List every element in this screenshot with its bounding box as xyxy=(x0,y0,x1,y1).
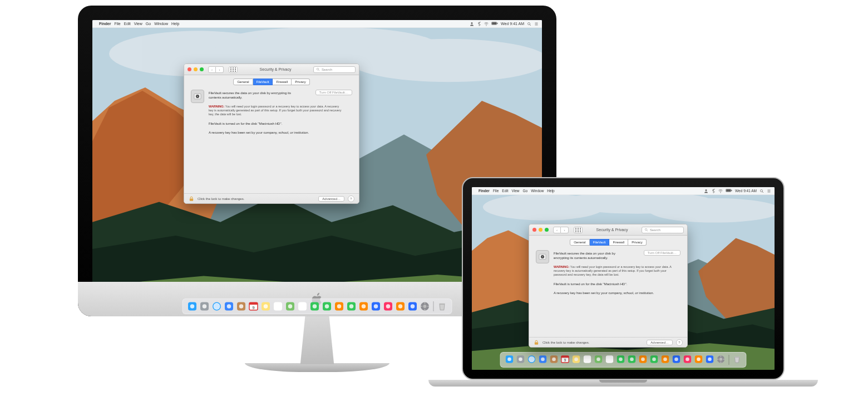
dock-notes[interactable] xyxy=(572,355,581,364)
menu-file[interactable]: File xyxy=(114,22,120,26)
menu-help[interactable]: Help xyxy=(547,189,554,193)
menu-view[interactable]: View xyxy=(512,189,520,193)
tab-general[interactable]: General xyxy=(570,239,589,246)
dock-facetime[interactable] xyxy=(322,301,332,311)
dock-appstore[interactable] xyxy=(408,301,418,311)
app-menu[interactable]: Finder xyxy=(99,22,111,26)
menu-edit[interactable]: Edit xyxy=(502,189,508,193)
help-button[interactable]: ? xyxy=(676,339,683,346)
dock-contacts[interactable] xyxy=(550,355,559,364)
show-all-button[interactable] xyxy=(574,227,583,233)
dock-mail[interactable] xyxy=(224,301,234,311)
battery-icon[interactable] xyxy=(491,22,498,26)
minimize-button[interactable] xyxy=(194,67,198,71)
wifi-icon[interactable] xyxy=(484,22,489,26)
forward-button[interactable]: › xyxy=(561,227,569,233)
app-menu[interactable]: Finder xyxy=(479,189,490,193)
menu-go[interactable]: Go xyxy=(523,189,528,193)
bluetooth-icon[interactable] xyxy=(477,22,481,26)
zoom-button[interactable] xyxy=(545,228,549,232)
tab-privacy[interactable]: Privacy xyxy=(628,239,647,246)
wifi-icon[interactable] xyxy=(718,189,723,193)
dock-calendar[interactable]: 9 xyxy=(249,301,259,311)
dock-messages[interactable] xyxy=(617,355,625,364)
dock-pages[interactable] xyxy=(359,301,369,311)
lock-icon[interactable] xyxy=(534,340,539,345)
dock-mail[interactable] xyxy=(539,355,548,364)
spotlight-icon[interactable] xyxy=(527,22,531,26)
fast-user-switch-icon[interactable] xyxy=(704,189,708,193)
advanced-button[interactable]: Advanced… xyxy=(318,196,344,202)
dock-numbers[interactable] xyxy=(650,355,659,364)
dock-facetime[interactable] xyxy=(628,355,637,364)
lock-icon[interactable] xyxy=(189,196,194,202)
tab-filevault[interactable]: FileVault xyxy=(253,79,273,85)
close-button[interactable] xyxy=(188,67,191,71)
tab-general[interactable]: General xyxy=(233,79,253,85)
dock-contacts[interactable] xyxy=(236,301,246,311)
dock-launchpad[interactable] xyxy=(200,301,210,311)
turn-off-filevault-button[interactable]: Turn Off FileVault… xyxy=(644,250,680,256)
dock-itunes[interactable] xyxy=(383,301,393,311)
dock-maps[interactable] xyxy=(285,301,295,311)
menu-help[interactable]: Help xyxy=(171,22,179,26)
dock-photos[interactable] xyxy=(605,355,614,364)
menu-edit[interactable]: Edit xyxy=(124,22,131,26)
turn-off-filevault-button[interactable]: Turn Off FileVault… xyxy=(315,90,352,95)
dock-itunes[interactable] xyxy=(683,355,692,364)
dock-trash[interactable] xyxy=(733,355,742,364)
dock-finder[interactable] xyxy=(505,355,514,364)
dock-numbers[interactable] xyxy=(347,301,357,311)
dock-safari[interactable] xyxy=(212,301,222,311)
notification-center-icon[interactable] xyxy=(767,189,771,193)
dock-photobooth[interactable] xyxy=(639,355,648,364)
dock-appstore[interactable] xyxy=(706,355,714,364)
menu-window[interactable]: Window xyxy=(154,22,168,26)
dock-finder[interactable] xyxy=(188,301,198,311)
help-button[interactable]: ? xyxy=(348,195,354,202)
close-button[interactable] xyxy=(532,228,536,232)
bluetooth-icon[interactable] xyxy=(711,189,716,193)
tab-filevault[interactable]: FileVault xyxy=(590,239,610,246)
dock-safari[interactable] xyxy=(527,355,536,364)
dock-preferences[interactable] xyxy=(420,301,430,311)
dock-notes[interactable] xyxy=(261,301,271,311)
menu-file[interactable]: File xyxy=(493,189,499,193)
dock-reminders[interactable] xyxy=(273,301,283,311)
dock-calendar[interactable]: 9 xyxy=(561,355,570,364)
menu-window[interactable]: Window xyxy=(531,189,544,193)
advanced-button[interactable]: Advanced… xyxy=(647,340,673,345)
dock-ibooks[interactable] xyxy=(396,301,406,311)
tab-firewall[interactable]: Firewall xyxy=(273,79,292,85)
menu-go[interactable]: Go xyxy=(146,22,151,26)
dock-maps[interactable] xyxy=(594,355,603,364)
fast-user-switch-icon[interactable] xyxy=(470,22,474,26)
show-all-button[interactable] xyxy=(229,66,238,73)
dock-preferences[interactable] xyxy=(717,355,726,364)
back-button[interactable]: ‹ xyxy=(208,66,216,73)
dock-ibooks[interactable] xyxy=(694,355,703,364)
back-button[interactable]: ‹ xyxy=(553,227,561,233)
forward-button[interactable]: › xyxy=(216,66,224,73)
search-field[interactable]: Search xyxy=(642,227,684,233)
dock-messages[interactable] xyxy=(310,301,320,311)
minimize-button[interactable] xyxy=(539,228,542,232)
tab-privacy[interactable]: Privacy xyxy=(292,79,310,85)
battery-icon[interactable] xyxy=(726,189,732,193)
dock-launchpad[interactable] xyxy=(516,355,525,364)
dock-pages[interactable] xyxy=(661,355,670,364)
dock-reminders[interactable] xyxy=(583,355,592,364)
tab-firewall[interactable]: Firewall xyxy=(609,239,628,246)
clock[interactable]: Wed 9:41 AM xyxy=(501,22,524,26)
dock-photobooth[interactable] xyxy=(334,301,344,311)
notification-center-icon[interactable] xyxy=(534,22,539,26)
spotlight-icon[interactable] xyxy=(760,189,764,193)
menu-view[interactable]: View xyxy=(134,22,142,26)
dock-keynote[interactable] xyxy=(672,355,681,364)
clock[interactable]: Wed 9:41 AM xyxy=(735,189,757,193)
dock-photos[interactable] xyxy=(298,301,308,311)
zoom-button[interactable] xyxy=(200,67,204,71)
search-field[interactable]: Search xyxy=(313,66,356,73)
dock-keynote[interactable] xyxy=(371,301,381,311)
dock-trash[interactable] xyxy=(437,301,447,311)
